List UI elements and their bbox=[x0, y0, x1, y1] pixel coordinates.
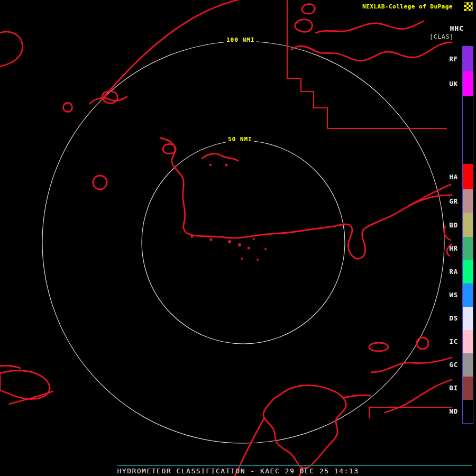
legend-label-uk: UK bbox=[450, 80, 458, 88]
legend-swatch-ws bbox=[463, 283, 473, 307]
legend-swatch-ds bbox=[463, 307, 473, 330]
radar-map-svg bbox=[0, 0, 476, 476]
legend-swatch-ic bbox=[463, 330, 473, 353]
legend-swatch-gc bbox=[463, 353, 473, 377]
legend-label-ha: HA bbox=[450, 173, 458, 181]
legend-swatch-nd bbox=[463, 400, 473, 423]
classification-tag: [CLAS] bbox=[429, 33, 454, 40]
legend-swatch-bi bbox=[463, 377, 473, 400]
product-code: HHC bbox=[450, 24, 464, 32]
brand-flag-icon bbox=[464, 2, 473, 11]
status-rule bbox=[117, 465, 472, 466]
legend-label-gr: GR bbox=[450, 198, 458, 205]
outer-ring-label: 100 NMI bbox=[224, 36, 257, 44]
legend-swatch-gap bbox=[463, 96, 473, 164]
range-ring-outer bbox=[42, 41, 444, 443]
legend-swatch-gr bbox=[463, 189, 473, 213]
legend-colorbar bbox=[462, 46, 473, 424]
legend-label-nd: ND bbox=[450, 408, 458, 415]
legend-label-ic: IC bbox=[450, 338, 458, 345]
range-ring-inner bbox=[142, 141, 345, 344]
legend-swatch-hr bbox=[463, 237, 473, 260]
coastline-paths bbox=[0, 0, 452, 476]
legend-swatch-bd bbox=[463, 213, 473, 237]
legend-label-bi: BI bbox=[450, 385, 458, 392]
status-text: HYDROMETEOR CLASSIFICATION - KAEC 29 DEC… bbox=[0, 467, 476, 475]
legend-swatch-rf bbox=[463, 47, 473, 71]
legend-label-rf: RF bbox=[450, 56, 458, 63]
legend-label-gc: GC bbox=[450, 361, 458, 369]
legend-label-bd: BD bbox=[450, 222, 458, 229]
legend-label-ds: DS bbox=[450, 315, 458, 322]
range-rings bbox=[42, 41, 444, 443]
brand-text: NEXLAB-College of DuPage bbox=[362, 3, 453, 10]
legend-swatch-ha bbox=[463, 164, 473, 189]
inner-ring-label: 50 NMI bbox=[226, 135, 254, 143]
radar-display: 100 NMI 50 NMI NEXLAB-College of DuPage … bbox=[0, 0, 476, 476]
legend-swatch-ra bbox=[463, 260, 473, 283]
legend-label-ra: RA bbox=[450, 268, 458, 276]
legend-swatch-uk bbox=[463, 71, 473, 96]
legend-label-hr: HR bbox=[450, 245, 458, 252]
legend-label-ws: WS bbox=[450, 291, 458, 299]
